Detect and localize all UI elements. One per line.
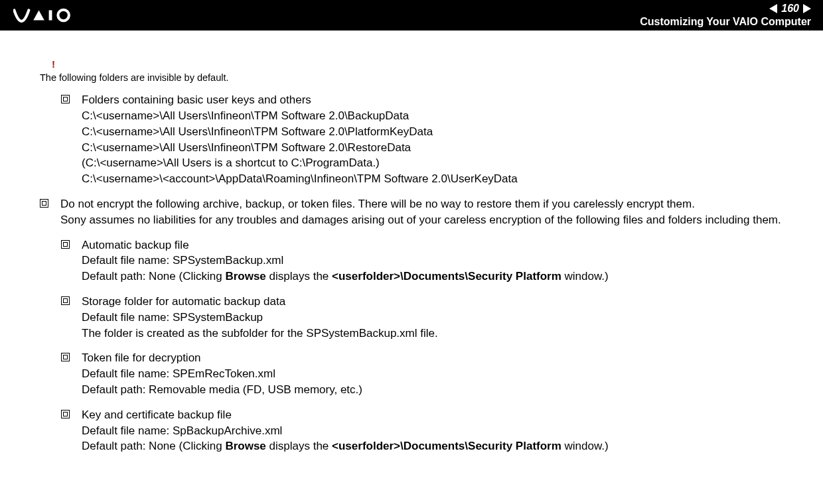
list-item: Storage folder for automatic backup data… <box>61 294 803 341</box>
bullet-icon <box>40 199 48 208</box>
item-line: Default file name: SPSystemBackup <box>82 310 803 326</box>
path-line: C:\<username>\All Users\Infineon\TPM Sof… <box>82 140 803 156</box>
item-line: The folder is created as the subfolder f… <box>82 326 803 342</box>
path-line: C:\<username>\<account>\AppData\Roaming\… <box>82 171 803 187</box>
item-line: Default path: Removable media (FD, USB m… <box>82 382 803 398</box>
alert-text: The following folders are invisible by d… <box>40 71 803 84</box>
item-line: Default path: None (Clicking Browse disp… <box>82 269 803 284</box>
header-right: 160 Customizing Your VAIO Computer <box>640 3 816 28</box>
list-item: Do not encrypt the following archive, ba… <box>40 196 803 228</box>
prev-page-icon[interactable] <box>769 4 777 13</box>
warning-line: Do not encrypt the following archive, ba… <box>60 196 803 212</box>
page-header: 160 Customizing Your VAIO Computer <box>0 0 823 31</box>
vaio-logo <box>13 8 86 23</box>
bullet-icon <box>61 95 70 103</box>
list-item: Automatic backup file Default file name:… <box>61 237 803 284</box>
list-item: Token file for decryption Default file n… <box>61 350 803 397</box>
page-number: 160 <box>781 3 799 15</box>
path-line: (C:\<username>\All Users is a shortcut t… <box>82 155 803 171</box>
svg-point-1 <box>58 10 69 21</box>
item-title: Automatic backup file <box>82 237 803 253</box>
item-line: Default file name: SPEmRecToken.xml <box>82 366 803 382</box>
item-title: Storage folder for automatic backup data <box>82 294 803 310</box>
item-line: Default file name: SpBackupArchive.xml <box>82 423 803 439</box>
alert-icon: ! <box>52 57 803 71</box>
bullet-icon <box>61 296 70 305</box>
bullet-icon <box>61 410 70 418</box>
item-line: Default path: None (Clicking Browse disp… <box>82 438 803 454</box>
bullet-icon <box>61 240 70 249</box>
svg-rect-0 <box>49 10 52 20</box>
bullet-icon <box>61 353 70 361</box>
path-line: C:\<username>\All Users\Infineon\TPM Sof… <box>82 108 803 124</box>
list-item: Key and certificate backup file Default … <box>61 407 803 454</box>
section-title: Customizing Your VAIO Computer <box>640 16 811 28</box>
item-title: Token file for decryption <box>82 350 803 366</box>
list-item: Folders containing basic user keys and o… <box>61 92 803 187</box>
path-line: C:\<username>\All Users\Infineon\TPM Sof… <box>82 124 803 140</box>
page-content: ! The following folders are invisible by… <box>0 31 823 477</box>
next-page-icon[interactable] <box>803 4 811 13</box>
item-title: Key and certificate backup file <box>82 407 803 423</box>
warning-line: Sony assumes no liabilities for any trou… <box>60 212 803 228</box>
item-line: Default file name: SPSystemBackup.xml <box>82 253 803 269</box>
item-title: Folders containing basic user keys and o… <box>82 92 803 108</box>
